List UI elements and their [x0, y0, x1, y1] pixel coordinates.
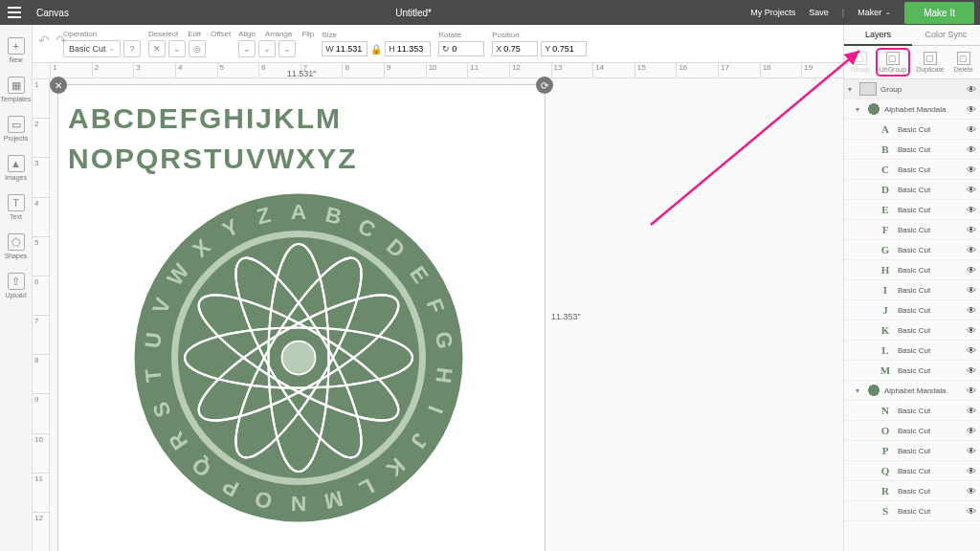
duplicate-button[interactable]: ▢Duplicate	[914, 50, 946, 75]
layer-row[interactable]: LBasic Cut👁	[844, 341, 980, 361]
delete-button[interactable]: ▢Delete	[952, 50, 975, 75]
visibility-icon[interactable]: 👁	[967, 365, 976, 376]
visibility-icon[interactable]: 👁	[967, 165, 976, 175]
layer-row[interactable]: GBasic Cut👁	[844, 240, 980, 260]
edit-button[interactable]: ⌄	[168, 40, 186, 57]
make-it-button[interactable]: Make It	[904, 2, 974, 24]
layer-row[interactable]: QBasic Cut👁	[844, 461, 980, 481]
redo-button[interactable]: ↷	[56, 33, 67, 48]
visibility-icon[interactable]: 👁	[967, 325, 976, 336]
nocut-toggle[interactable]: ?	[123, 40, 141, 57]
layer-row[interactable]: IBasic Cut👁	[844, 280, 980, 300]
align-button[interactable]: ⌄	[238, 40, 256, 57]
visibility-icon[interactable]: 👁	[967, 305, 976, 316]
sidebar-text[interactable]: TText	[0, 191, 32, 223]
visibility-icon[interactable]: 👁	[967, 486, 976, 496]
machine-selector[interactable]: Maker⌄	[858, 8, 891, 17]
images-icon: ▲	[8, 155, 25, 172]
layer-row[interactable]: NBasic Cut👁	[844, 401, 980, 421]
layer-row[interactable]: OBasic Cut👁	[844, 421, 980, 441]
rotate-input[interactable]: ↻	[438, 41, 484, 56]
dim-width: 11.531"	[57, 69, 546, 78]
svg-text:A: A	[291, 199, 306, 224]
deselect-button[interactable]: ✕	[148, 40, 166, 57]
layer-row[interactable]: CBasic Cut👁	[844, 160, 980, 180]
rotate-handle[interactable]: ⟳	[536, 77, 553, 94]
undo-redo: ↶ ↷	[38, 33, 67, 48]
sidebar-shapes[interactable]: ⬠Shapes	[0, 231, 32, 262]
visibility-icon[interactable]: 👁	[967, 285, 976, 296]
design-mat[interactable]: ✕ ⟳ ABCDEFGHIJKLM NOPQRSTUVWXYZ ABCDEFGH…	[57, 84, 546, 551]
layer-row[interactable]: DBasic Cut👁	[844, 180, 980, 200]
operation-select[interactable]: Basic Cut⌄	[63, 40, 121, 57]
visibility-icon[interactable]: 👁	[967, 144, 976, 155]
visibility-icon[interactable]: 👁	[967, 205, 976, 215]
layer-row[interactable]: ▾Alphabet Mandala👁	[844, 381, 980, 401]
tab-color-sync[interactable]: Color Sync	[912, 25, 980, 46]
offset-button[interactable]: ◎	[189, 40, 206, 57]
document-title: Untitled*	[77, 8, 750, 18]
delete-handle[interactable]: ✕	[50, 77, 67, 94]
sidebar-templates[interactable]: ▦Templates	[0, 74, 32, 105]
canvas-area[interactable]: 12345678910111213141516171819 1234567891…	[33, 63, 843, 551]
mandala-graphic[interactable]: ABCDEFGHIJKLMNOPQRSTUVWXYZ	[131, 190, 466, 525]
height-input[interactable]: H	[385, 41, 431, 56]
layer-row[interactable]: SBasic Cut👁	[844, 501, 980, 521]
pos-x-input[interactable]: X	[492, 41, 538, 56]
templates-icon: ▦	[8, 77, 25, 94]
alphabet-row-1[interactable]: ABCDEFGHIJKLM	[68, 102, 342, 135]
layer-row[interactable]: HBasic Cut👁	[844, 260, 980, 280]
operation-label: Operation	[63, 30, 141, 38]
layer-row[interactable]: ABasic Cut👁	[844, 120, 980, 140]
sidebar-images[interactable]: ▲Images	[0, 152, 32, 184]
options-bar: ↶ ↷ Operation Basic Cut⌄ ? Deselect Edit…	[0, 25, 980, 63]
visibility-icon[interactable]: 👁	[967, 124, 976, 135]
layer-row[interactable]: PBasic Cut👁	[844, 441, 980, 461]
layer-row[interactable]: FBasic Cut👁	[844, 220, 980, 240]
layer-row[interactable]: ▾Alphabet Mandala👁	[844, 99, 980, 120]
save-button[interactable]: Save	[809, 8, 829, 17]
layer-row[interactable]: RBasic Cut👁	[844, 481, 980, 501]
flip-button[interactable]: ⌄	[278, 40, 296, 57]
menu-button[interactable]	[0, 0, 29, 25]
visibility-icon[interactable]: 👁	[967, 426, 976, 436]
lock-aspect-icon[interactable]: 🔒	[370, 44, 382, 55]
sidebar-projects[interactable]: ▭Projects	[0, 113, 32, 144]
ungroup-button[interactable]: ▢UnGroup	[878, 50, 908, 75]
text-icon: T	[8, 194, 25, 211]
sidebar-upload[interactable]: ⇧Upload	[0, 270, 32, 301]
topbar: Canvas Untitled* My Projects Save | Make…	[0, 0, 980, 25]
tab-layers[interactable]: Layers	[844, 25, 912, 46]
visibility-icon[interactable]: 👁	[967, 225, 976, 235]
layer-row[interactable]: EBasic Cut👁	[844, 200, 980, 220]
visibility-icon[interactable]: 👁	[967, 466, 976, 476]
title-left: Canvas	[29, 8, 77, 18]
layer-row[interactable]: BBasic Cut👁	[844, 140, 980, 160]
visibility-icon[interactable]: 👁	[967, 446, 976, 456]
arrange-button[interactable]: ⌄	[258, 40, 276, 57]
layer-row[interactable]: MBasic Cut👁	[844, 361, 980, 381]
layer-row[interactable]: KBasic Cut👁	[844, 320, 980, 341]
visibility-icon[interactable]: 👁	[967, 84, 976, 95]
visibility-icon[interactable]: 👁	[967, 245, 976, 255]
visibility-icon[interactable]: 👁	[967, 406, 976, 416]
visibility-icon[interactable]: 👁	[967, 506, 976, 517]
visibility-icon[interactable]: 👁	[967, 265, 976, 276]
visibility-icon[interactable]: 👁	[967, 185, 976, 195]
svg-text:G: G	[431, 330, 457, 350]
visibility-icon[interactable]: 👁	[967, 386, 976, 396]
layer-row[interactable]: ▾Group👁	[844, 79, 980, 99]
alphabet-row-2[interactable]: NOPQRSTUVWXYZ	[68, 143, 358, 175]
left-sidebar: +New▦Templates▭Projects▲ImagesTText⬠Shap…	[0, 25, 33, 551]
visibility-icon[interactable]: 👁	[967, 104, 976, 115]
visibility-icon[interactable]: 👁	[967, 345, 976, 356]
my-projects-link[interactable]: My Projects	[750, 8, 795, 17]
pos-y-input[interactable]: Y	[541, 41, 587, 56]
layer-row[interactable]: JBasic Cut👁	[844, 300, 980, 320]
undo-button[interactable]: ↶	[38, 33, 50, 48]
group-button: ▢Group	[849, 50, 871, 75]
projects-icon: ▭	[8, 116, 25, 133]
svg-point-15	[282, 342, 316, 375]
sidebar-new[interactable]: +New	[0, 34, 32, 66]
width-input[interactable]: W	[322, 41, 368, 56]
